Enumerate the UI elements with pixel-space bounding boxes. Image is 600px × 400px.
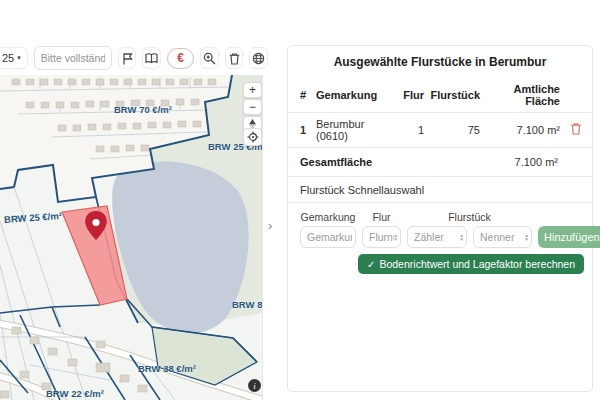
map-toolbar: 25 ▾ € (0, 44, 268, 72)
gemarkung-input[interactable] (307, 231, 352, 243)
label-gemarkung: Gemarkung (300, 211, 356, 226)
row-num: 1 (300, 124, 316, 136)
flag-icon (121, 52, 134, 65)
trash-icon (228, 52, 241, 65)
quickselect-form: Gemarkung Flur Flurstück ▴▾ ▴▾ ▴▾ Hinzuf… (288, 203, 592, 248)
panel-title-location: Berumbur (489, 55, 546, 69)
row-flurstueck: 75 (424, 124, 480, 136)
label-flur: Flur (362, 211, 401, 226)
row-gemarkung: Berumbur (0610) (316, 118, 390, 142)
zaehler-field: ▴▾ (407, 226, 467, 248)
map-zoom-controls: + − (243, 82, 262, 132)
app: { "toolbar": { "scale_value": "25", "sca… (0, 0, 600, 400)
stepper-icon[interactable]: ▴▾ (394, 233, 397, 241)
total-value: 7.100 m² (478, 156, 558, 168)
table-row: 1 Berumbur (0610) 1 75 7.100 m² (288, 113, 592, 148)
euro-icon: € (177, 51, 184, 65)
flag-button[interactable] (118, 47, 137, 69)
trash-icon (570, 122, 582, 135)
layers-button[interactable] (249, 47, 268, 69)
check-icon: ✓ (367, 259, 375, 270)
stepper-icon[interactable]: ▴▾ (460, 233, 463, 241)
col-header-num: # (300, 89, 316, 101)
row-flaeche: 7.100 m² (480, 124, 560, 136)
book-icon (145, 52, 158, 65)
globe-icon (252, 52, 265, 65)
label-flurstueck: Flurstück (407, 211, 532, 226)
quickselect-section-title: Flurstück Schnellauswahl (288, 177, 592, 203)
row-flur: 1 (390, 124, 424, 136)
nenner-field: ▴▾ (473, 226, 532, 248)
zoom-search-button[interactable] (200, 47, 219, 69)
book-button[interactable] (142, 47, 161, 69)
selected-parcels-panel: Ausgewählte Flurstücke in Berumbur # Gem… (287, 45, 593, 392)
col-header-gemarkung: Gemarkung (316, 89, 390, 101)
nenner-input[interactable] (480, 231, 525, 243)
magnifier-plus-icon (203, 52, 216, 65)
zoom-out-button[interactable]: − (243, 99, 262, 115)
scale-select[interactable]: 25 ▾ (0, 47, 28, 69)
address-search-input[interactable] (34, 46, 112, 70)
calculate-button[interactable]: ✓ Bodenrichtwert und Lagefaktor berechne… (358, 254, 584, 274)
flur-field: ▴▾ (362, 226, 401, 248)
map-canvas[interactable] (0, 75, 262, 400)
add-parcel-button[interactable]: Hinzufügen (538, 226, 600, 248)
zaehler-input[interactable] (414, 231, 460, 243)
bodenrichtwert-mode-button[interactable]: € (167, 48, 194, 69)
total-label: Gesamtfläche (300, 156, 478, 168)
geolocate-icon (247, 131, 259, 143)
col-header-flur: Flur (390, 89, 424, 101)
calculate-button-label: Bodenrichtwert und Lagefaktor berechnen (379, 258, 575, 270)
info-icon[interactable]: i (248, 379, 261, 392)
table-header-row: # Gemarkung Flur Flurstück Amtliche Fläc… (288, 77, 592, 113)
flur-input[interactable] (369, 231, 394, 243)
total-row: Gesamtfläche 7.100 m² (288, 148, 592, 177)
clear-selection-button[interactable] (225, 47, 244, 69)
delete-row-button[interactable] (570, 122, 582, 138)
stepper-icon[interactable]: ▴▾ (525, 233, 528, 241)
panel-title: Ausgewählte Flurstücke in Berumbur (288, 46, 592, 77)
zoom-in-button[interactable]: + (243, 82, 262, 98)
panel-collapse-chevron-icon[interactable]: › (268, 218, 272, 233)
scale-value: 25 (2, 52, 14, 64)
map-container: BRW 70 €/m² BRW 25 €/m² BRW 25 €/m² BRW … (0, 75, 263, 400)
col-header-flaeche: Amtliche Fläche (480, 83, 560, 107)
geolocate-button[interactable] (243, 128, 262, 146)
gemarkung-field (300, 226, 356, 248)
col-header-flurstueck: Flurstück (424, 89, 480, 101)
chevron-down-icon: ▾ (17, 54, 21, 62)
panel-title-prefix: Ausgewählte Flurstücke in (334, 55, 486, 69)
